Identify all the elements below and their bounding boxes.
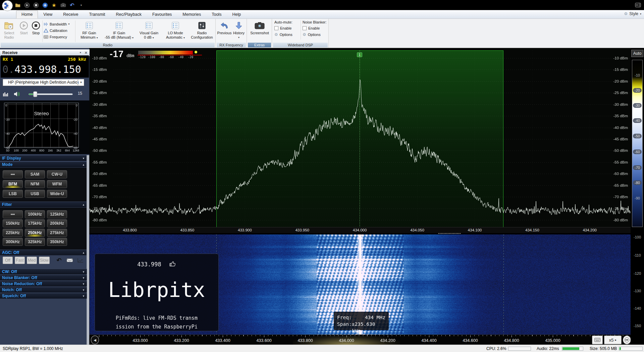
band-navigation-bar[interactable]: ◀ x5▸ 433.000433.200433.400433.600433.80…	[90, 335, 631, 345]
stop-icon[interactable]	[33, 2, 39, 8]
tab-help[interactable]: Help	[227, 10, 246, 18]
audio-device-select[interactable]: HP (Périphérique High Definition Audio) …	[3, 79, 84, 86]
visual-gain-button[interactable]: Visual Gain 0 dB ▾	[136, 20, 162, 40]
rf-spectrum-display[interactable]: 1 -17dBm -10 dBm-10 dBm-15 dBm-15 dBm-20…	[90, 48, 631, 233]
filter-button-175khz[interactable]: 175kHz	[25, 219, 45, 227]
favourite-star-icon[interactable]: ★	[51, 2, 57, 8]
scroll-left-button[interactable]: ◀	[91, 336, 99, 344]
agc-button-med[interactable]: Med	[27, 257, 37, 264]
tuning-marker[interactable]	[438, 233, 461, 234]
filter-button-[interactable]: •••	[3, 210, 23, 218]
mode-button-[interactable]: •••	[3, 170, 23, 178]
palette-legend-marker-icon[interactable]	[195, 51, 197, 53]
agc-undo-icon[interactable]: ↶	[55, 257, 63, 264]
frequency-button[interactable]: Frequency	[44, 34, 74, 40]
volume-slider[interactable]	[29, 93, 73, 95]
tab-home[interactable]: Home	[16, 10, 38, 18]
filter-button-200khz[interactable]: 200kHz	[47, 219, 67, 227]
app-menu-button[interactable]	[2, 0, 13, 11]
undo-icon[interactable]: ↶	[69, 2, 75, 8]
filter-button-150khz[interactable]: 150kHz	[3, 219, 23, 227]
mode-button-cw-u[interactable]: CW-U	[47, 170, 67, 178]
play-icon[interactable]	[24, 2, 30, 8]
filter-button-275khz[interactable]: 275kHz	[47, 229, 67, 237]
tab-transmit[interactable]: Transmit	[84, 10, 110, 18]
screenshot-button[interactable]: Screenshot	[248, 20, 271, 35]
history-button[interactable]: History ▾	[232, 20, 246, 40]
panel-collapse-icon[interactable]: ▾	[80, 49, 81, 56]
equalizer-icon[interactable]	[3, 91, 9, 98]
audio-device-caret-icon[interactable]: ▾	[78, 79, 84, 86]
radio-configuration-button[interactable]: Radio Configuration	[189, 20, 215, 40]
zoom-level-button[interactable]: x5▸	[604, 336, 622, 344]
select-radio-button[interactable]: Select Radio	[1, 20, 17, 40]
tab-view[interactable]: View	[38, 10, 58, 18]
filter-button-300khz[interactable]: 300kHz	[3, 238, 23, 246]
section-if-display[interactable]: IF Display▾	[0, 155, 87, 161]
agc-preset-icon[interactable]	[65, 257, 74, 264]
fast-forward-button[interactable]	[623, 336, 631, 344]
mode-button-wide-u[interactable]: Wide-U	[47, 190, 67, 198]
agc-button-slow[interactable]: Slow	[39, 257, 50, 264]
qat-customize-caret-icon[interactable]: ▾	[78, 2, 84, 8]
palette-range-bar[interactable]	[632, 60, 643, 227]
automute-enable-checkbox[interactable]: Enable	[274, 26, 300, 30]
add-icon[interactable]	[42, 2, 48, 8]
waterfall-amplitude-scale[interactable]: Auto -10-20-30-40-50-60-70-80-90-100-110…	[631, 48, 644, 345]
rf-gain-button[interactable]: RF Gain Minimum ▾	[76, 20, 102, 40]
tab-rec-playback[interactable]: Rec/Playback	[111, 10, 147, 18]
filter-button-225khz[interactable]: 225kHz	[3, 229, 23, 237]
receive-panel-header[interactable]: Receive ▾ ✕	[0, 49, 90, 56]
tab-favourites[interactable]: Favourites	[147, 10, 177, 18]
filter-button-250khz[interactable]: 250kHz	[25, 229, 45, 237]
stop-button[interactable]: Stop	[30, 20, 42, 35]
noise-blanker-enable-checkbox[interactable]: Enable	[303, 26, 328, 30]
agc-graph-icon[interactable]	[76, 257, 85, 264]
keyboard-entry-button[interactable]	[592, 336, 603, 344]
mode-button-bfm[interactable]: BFM	[3, 180, 23, 188]
previous-button[interactable]: Previous	[217, 20, 232, 35]
section-agc[interactable]: AGC: Off▴	[0, 250, 87, 255]
frequency-display[interactable]: RX 1 250 kHz 0.433.998.150	[1, 55, 89, 78]
section-squelch[interactable]: Squelch: Off▾	[0, 293, 87, 299]
noise-blanker-options-button[interactable]: ⚙Options	[303, 32, 328, 37]
agc-button-off[interactable]: Off	[3, 257, 13, 264]
lo-mode-button[interactable]: LO Mode Automatic ▾	[162, 20, 189, 40]
section-notch[interactable]: Notch: Off▾	[0, 287, 87, 293]
section-noise-blanker[interactable]: Noise Blanker: Off▾	[0, 275, 87, 280]
automute-options-button[interactable]: ⚙Options	[274, 32, 300, 37]
open-folder-icon[interactable]	[15, 2, 21, 8]
mode-button-lsb[interactable]: LSB	[3, 190, 23, 198]
panel-close-icon[interactable]: ✕	[85, 49, 88, 56]
section-cw[interactable]: CW: Off▾	[0, 269, 87, 274]
camera-icon[interactable]	[60, 2, 66, 8]
mode-button-usb[interactable]: USB	[25, 190, 45, 198]
filter-button-125khz[interactable]: 125kHz	[47, 210, 67, 218]
mode-button-nfm[interactable]: NFM	[25, 180, 45, 188]
style-picker[interactable]: ⚙ Style ▾	[624, 11, 641, 16]
mode-button-wfm[interactable]: WFM	[47, 180, 67, 188]
filter-button-325khz[interactable]: 325kHz	[25, 238, 45, 246]
section-mode[interactable]: Mode▴	[0, 162, 87, 167]
tab-tools[interactable]: Tools	[206, 10, 227, 18]
start-button[interactable]: Start	[18, 20, 30, 35]
rx-marker-badge[interactable]: 1	[357, 52, 362, 57]
mode-button-sam[interactable]: SAM	[25, 170, 45, 178]
panel-scrollbar[interactable]	[87, 155, 89, 345]
waterfall-display[interactable]: 433.998 Librpitx PiFmRds: live FM-RDS tr…	[90, 234, 631, 335]
if-gain-button[interactable]: IF Gain -55 dB (Manual) ▾	[103, 20, 136, 40]
speaker-icon[interactable]	[13, 91, 20, 98]
calibration-button[interactable]: Calibration	[44, 28, 74, 33]
radio-window-icon[interactable]	[635, 3, 641, 8]
filter-button-350khz[interactable]: 350kHz	[47, 238, 67, 246]
auto-range-button[interactable]: Auto	[631, 50, 643, 57]
section-noise-reduction[interactable]: Noise Reduction: Off▾	[0, 281, 87, 287]
frequency-digits[interactable]: 0.433.998.150	[2, 63, 81, 75]
thumbs-up-icon[interactable]	[169, 260, 176, 269]
palette-legend-bar[interactable]	[138, 51, 193, 54]
tab-memories[interactable]: Memories	[177, 10, 206, 18]
volume-slider-thumb[interactable]	[33, 91, 37, 97]
agc-button-fast[interactable]: Fast	[15, 257, 25, 264]
tab-receive[interactable]: Receive	[58, 10, 84, 18]
bandwidth-button[interactable]: Bandwidth▾	[44, 21, 74, 27]
